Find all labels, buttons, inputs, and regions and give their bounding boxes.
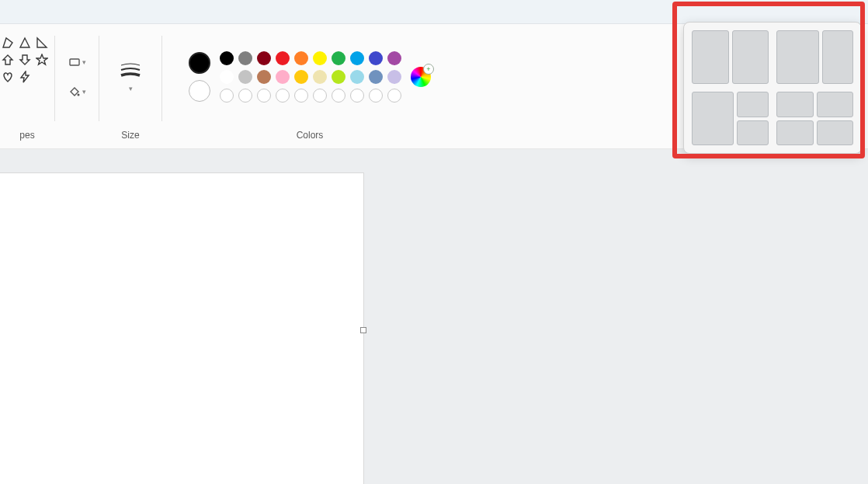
color-swatch[interactable] [257,51,271,65]
shape-polygon-icon[interactable] [1,35,16,50]
snap-zone[interactable] [776,30,819,84]
size-group: ▾ Size [99,24,161,148]
snap-zone[interactable] [822,30,853,84]
custom-color-slot[interactable] [257,89,271,103]
chevron-down-icon: ▾ [82,58,86,66]
color-swatch[interactable] [276,70,290,84]
snap-zone[interactable] [776,120,814,146]
workspace[interactable] [0,149,868,484]
plus-icon: + [423,64,434,75]
edit-colors-button[interactable]: + [411,67,431,87]
shapes-gallery[interactable] [1,35,50,84]
custom-color-slot[interactable] [350,89,364,103]
custom-color-slot[interactable] [294,89,308,103]
color-swatch[interactable] [387,70,401,84]
color-swatch[interactable] [313,51,327,65]
shape-lightning-icon[interactable] [18,69,33,84]
chevron-down-icon: ▾ [82,88,86,96]
shape-fill-button[interactable]: ▾ [64,83,90,100]
color-swatch[interactable] [313,70,327,84]
title-bar [0,0,868,24]
colors-label: Colors [162,130,457,148]
custom-color-slot[interactable] [313,89,327,103]
resize-handle-right[interactable] [360,327,366,333]
brush-size-icon [120,62,141,78]
snap-zone[interactable] [692,30,729,84]
color-swatch[interactable] [332,70,345,84]
color-swatch[interactable] [238,51,252,65]
color-swatch[interactable] [294,70,308,84]
custom-color-slot[interactable] [276,89,290,103]
custom-color-slot[interactable] [369,89,383,103]
shape-triangle-icon[interactable] [18,35,33,50]
snap-layout-2col-wide[interactable] [776,30,853,84]
snap-zone[interactable] [817,120,854,146]
color-swatch[interactable] [238,70,252,84]
custom-color-slot[interactable] [332,89,345,103]
color-swatch[interactable] [350,51,364,65]
shape-up-arrow-icon[interactable] [1,52,16,67]
shape-heart-icon[interactable] [1,69,16,84]
shapes-label: pes [0,130,54,148]
color-swatch[interactable] [332,51,345,65]
canvas[interactable] [0,172,364,484]
snap-zone[interactable] [732,30,769,84]
fill-icon [68,85,81,98]
color-swatch[interactable] [294,51,308,65]
shape-down-arrow-icon[interactable] [18,52,33,67]
snap-layout-4[interactable] [776,92,853,145]
outline-icon [68,56,81,68]
color-swatch[interactable] [257,70,271,84]
colors-group: + Colors [162,24,457,148]
snap-zone[interactable] [817,92,854,117]
color-swatch[interactable] [276,51,290,65]
snap-zone[interactable] [737,120,769,146]
custom-color-slot[interactable] [220,89,234,103]
snap-zone[interactable] [692,92,734,145]
snap-layout-2col[interactable] [692,30,769,84]
shape-more-icon[interactable] [35,69,50,84]
shape-star-icon[interactable] [35,52,50,67]
color-1-swatch[interactable] [189,52,210,74]
snap-layouts-flyout [683,22,862,154]
shapes-group: pes [0,24,54,148]
color-swatch[interactable] [369,70,383,84]
custom-color-slot[interactable] [238,89,252,103]
custom-color-slot[interactable] [387,89,401,103]
svg-point-1 [77,94,79,96]
snap-zone[interactable] [776,92,814,117]
color-swatch[interactable] [220,70,234,84]
size-label: Size [99,130,161,148]
color-palette [220,51,401,103]
color-swatch[interactable] [220,51,234,65]
color-2-swatch[interactable] [189,80,210,102]
snap-layout-3a[interactable] [692,92,769,145]
shape-right-triangle-icon[interactable] [35,35,50,50]
color-swatch[interactable] [387,51,401,65]
svg-rect-0 [70,59,79,65]
snap-zone[interactable] [737,92,769,117]
shape-outline-button[interactable]: ▾ [64,54,90,71]
color-swatch[interactable] [350,70,364,84]
size-button[interactable] [120,62,141,80]
shape-style-group: ▾ ▾ [55,24,99,148]
chevron-down-icon[interactable]: ▾ [129,85,133,92]
color-swatch[interactable] [369,51,383,65]
